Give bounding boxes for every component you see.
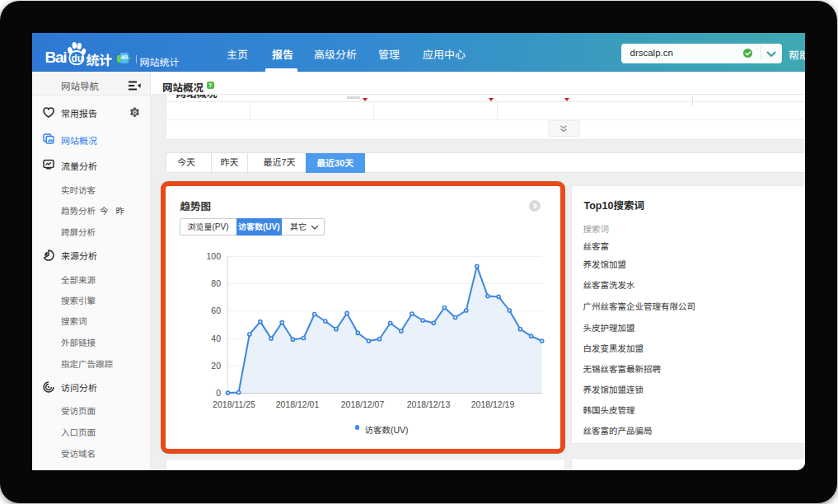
svg-text:du: du bbox=[71, 52, 82, 64]
